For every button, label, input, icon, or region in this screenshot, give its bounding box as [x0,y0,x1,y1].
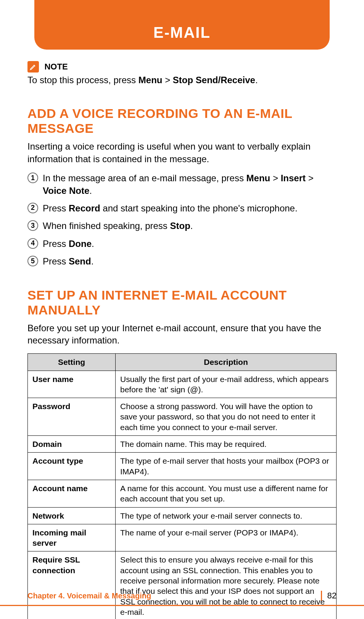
step-text: In the message area of an e-mail message… [43,172,337,197]
section1-steps: 1 In the message area of an e-mail messa… [27,172,337,268]
table-row: DomainThe domain name. This may be requi… [28,436,337,453]
text: . [92,239,94,249]
cell-description: The name of your e-mail server (POP3 or … [116,524,337,551]
step-number: 3 [27,220,38,231]
table-row: Incoming mail serverThe name of your e-m… [28,524,337,551]
text: Press [43,239,69,249]
page: E-MAIL NOTE To stop this process, press … [0,0,364,619]
text-bold: Stop [170,221,190,231]
table-header-row: Setting Description [28,354,337,371]
step-text: Press Send. [43,255,93,268]
step-3: 3 When finished speaking, press Stop. [27,220,337,232]
th-setting: Setting [28,354,116,371]
divider-icon [321,591,322,601]
text-bold: Record [69,203,100,213]
header-tab: E-MAIL [34,0,330,50]
step-number: 4 [27,238,38,249]
note-period: . [255,75,258,85]
page-number-group: 82 [321,591,337,601]
pencil-icon [27,61,39,73]
section1-title: ADD A VOICE RECORDING TO AN E-MAIL MESSA… [27,106,337,136]
cell-setting: Network [28,507,116,524]
step-1: 1 In the message area of an e-mail messa… [27,172,337,197]
text-bold: Voice Note [43,185,89,196]
text: Press [43,256,69,266]
step-5: 5 Press Send. [27,255,337,268]
cell-setting: Require SSL connection [28,551,116,619]
note-block: NOTE To stop this process, press Menu > … [27,61,337,86]
table-row: Require SSL connectionSelect this to ens… [28,551,337,619]
cell-description: The domain name. This may be required. [116,436,337,453]
page-title: E-MAIL [153,24,211,41]
step-2: 2 Press Record and start speaking into t… [27,202,337,214]
table-row: NetworkThe type of network your e-mail s… [28,507,337,524]
footer: Chapter 4. Voicemail & Messaging 82 [27,591,337,601]
cell-description: The type of e-mail server that hosts you… [116,453,337,480]
note-stop: Stop Send/Receive [173,75,255,85]
step-text: When finished speaking, press Stop. [43,220,193,232]
text: Press [43,203,69,213]
text-bold: Insert [281,173,306,183]
section1-intro: Inserting a voice recording is useful wh… [27,140,337,165]
cell-setting: User name [28,371,116,398]
bottom-rule [0,605,364,606]
content: NOTE To stop this process, press Menu > … [27,61,337,619]
text: . [89,185,92,196]
cell-description: Select this to ensure you always receive… [116,551,337,619]
cell-description: A name for this account. You must use a … [116,480,337,507]
cell-setting: Account type [28,453,116,480]
settings-table: Setting Description User nameUsually the… [27,353,337,619]
step-text: Press Done. [43,238,94,250]
text: and start speaking into the phone's micr… [100,203,298,213]
note-text-pre: To stop this process, press [27,75,139,85]
text: > [306,173,314,183]
chapter-label: Chapter 4. Voicemail & Messaging [27,592,151,600]
table-row: User nameUsually the first part of your … [28,371,337,398]
text: In the message area of an e-mail message… [43,173,246,183]
note-menu: Menu [139,75,163,85]
note-text: To stop this process, press Menu > Stop … [27,74,337,86]
step-number: 1 [27,172,38,183]
section2-intro: Before you set up your Internet e-mail a… [27,322,337,347]
page-number: 82 [327,591,337,601]
table-row: Account typeThe type of e-mail server th… [28,453,337,480]
text: . [190,221,193,231]
table-row: Account nameA name for this account. You… [28,480,337,507]
note-label: NOTE [44,62,68,71]
step-4: 4 Press Done. [27,238,337,250]
text: > [270,173,280,183]
text-bold: Done [69,239,92,249]
text-bold: Menu [246,173,271,183]
table-row: PasswordChoose a strong password. You wi… [28,398,337,436]
step-number: 2 [27,203,38,213]
cell-setting: Account name [28,480,116,507]
note-gt: > [162,75,172,85]
th-description: Description [116,354,337,371]
cell-setting: Password [28,398,116,436]
text-bold: Send [69,256,91,266]
section2-title: SET UP AN INTERNET E-MAIL ACCOUNT MANUAL… [27,288,337,318]
cell-setting: Incoming mail server [28,524,116,551]
cell-setting: Domain [28,436,116,453]
step-number: 5 [27,256,38,266]
text: . [91,256,94,266]
cell-description: Usually the first part of your e-mail ad… [116,371,337,398]
text: When finished speaking, press [43,221,170,231]
step-text: Press Record and start speaking into the… [43,202,298,214]
cell-description: Choose a strong password. You will have … [116,398,337,436]
cell-description: The type of network your e-mail server c… [116,507,337,524]
